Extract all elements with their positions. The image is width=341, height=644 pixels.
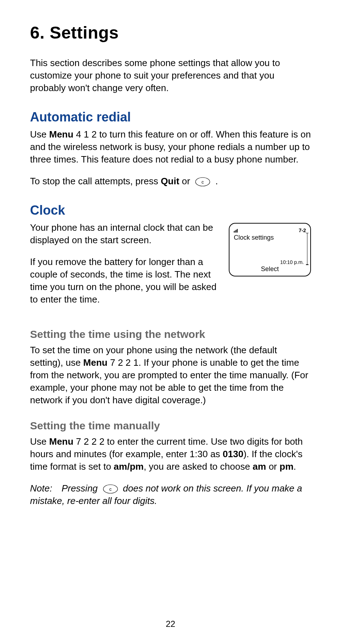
text: or bbox=[266, 461, 280, 472]
svg-text:c: c bbox=[202, 179, 204, 185]
svg-rect-3 bbox=[235, 230, 236, 233]
menu-word: Menu bbox=[49, 129, 73, 140]
network-time-p: To set the time on your phone using the … bbox=[30, 344, 311, 406]
am-word: am bbox=[253, 461, 266, 472]
text: , you are asked to choose bbox=[144, 461, 253, 472]
manual-time-note: Note: Pressing c does not work on this s… bbox=[30, 482, 311, 507]
manual-page: 6. Settings This section describes some … bbox=[0, 0, 341, 644]
c-key-icon: c bbox=[195, 177, 211, 187]
auto-redial-p1: Use Menu 4 1 2 to turn this feature on o… bbox=[30, 128, 311, 166]
example-0130: 0130 bbox=[223, 449, 243, 459]
text: Use bbox=[30, 436, 49, 447]
phone-screen-title: Clock settings bbox=[234, 233, 306, 242]
section-clock: Clock bbox=[30, 202, 311, 219]
page-number: 22 bbox=[0, 618, 341, 630]
note-text-a: Note: Pressing bbox=[30, 483, 100, 494]
subsection-network-time: Setting the time using the network bbox=[30, 327, 311, 342]
manual-time-p1: Use Menu 7 2 2 2 to enter the current ti… bbox=[30, 435, 311, 473]
chapter-title: Settings bbox=[50, 23, 119, 42]
phone-menu-number: 7-2 bbox=[299, 227, 306, 234]
pm-word: pm bbox=[280, 461, 293, 472]
auto-redial-p2: To stop the call attempts, press Quit or… bbox=[30, 175, 311, 188]
chapter-heading: 6. Settings bbox=[30, 21, 311, 45]
phone-scrollbar bbox=[307, 233, 308, 265]
signal-icon bbox=[234, 228, 239, 233]
text: . bbox=[213, 176, 218, 186]
ampm-word: am/pm bbox=[114, 461, 144, 472]
text: or bbox=[179, 176, 193, 186]
section-automatic-redial: Automatic redial bbox=[30, 109, 311, 126]
c-key-icon: c bbox=[103, 484, 118, 494]
svg-text:c: c bbox=[109, 486, 112, 492]
quit-word: Quit bbox=[161, 176, 179, 186]
svg-rect-5 bbox=[237, 229, 238, 233]
menu-word: Menu bbox=[83, 357, 108, 368]
text: . bbox=[293, 461, 296, 472]
phone-softkey-select: Select bbox=[229, 265, 310, 273]
chapter-number: 6. bbox=[30, 23, 45, 42]
text: To stop the call attempts, press bbox=[30, 176, 161, 186]
text: Use bbox=[30, 129, 49, 140]
intro-paragraph: This section describes some phone settin… bbox=[30, 57, 311, 94]
phone-illustration: 7-2 Clock settings 10:10 p.m. Select bbox=[229, 223, 311, 276]
clock-block: 7-2 Clock settings 10:10 p.m. Select You… bbox=[30, 221, 311, 315]
svg-rect-2 bbox=[234, 231, 234, 233]
phone-screen: 7-2 Clock settings 10:10 p.m. Select bbox=[229, 223, 311, 276]
menu-word: Menu bbox=[49, 436, 73, 447]
subsection-manual-time: Setting the time manually bbox=[30, 419, 311, 433]
svg-rect-4 bbox=[236, 230, 237, 233]
